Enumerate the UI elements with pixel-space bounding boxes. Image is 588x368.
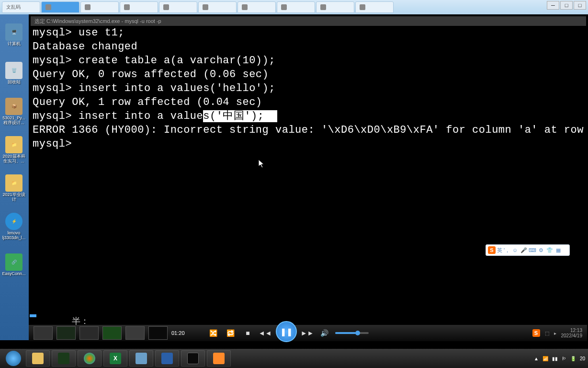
taskbar-item-browser[interactable] [78,350,102,367]
terminal-line: mysql> [33,137,584,151]
ime-toolbar[interactable]: S 英 '， ☺ 🎤 ⌨ ⚙ 👕 ▦ [486,244,570,256]
taskbar-item-explorer[interactable] [26,350,50,367]
browser-tab[interactable] [355,1,394,13]
terminal-line: mysql> create table a(a varchar(10)); [33,54,584,68]
volume-thumb[interactable] [355,331,360,335]
sogou-logo-icon[interactable]: S [488,246,496,254]
browser-tab-active[interactable] [41,1,79,13]
keyboard-icon[interactable]: ⌨ [529,247,536,254]
window-icon [136,353,147,364]
lightning-icon: ⚡ [5,213,23,230]
wifi-icon[interactable]: 📶 [543,356,548,361]
windows-taskbar: X ▲ 📶 ▮▮ 🏳 🔋 20 [0,349,588,368]
desktop-icon-recycle[interactable]: 🗑️ 回收站 [0,55,28,92]
icon-label: lenovo lj3303dn_l... [2,231,26,241]
tab-label: 文乱码 [6,4,21,11]
player-thumbnail[interactable] [148,326,168,340]
desktop-icon-easyconnect[interactable]: 🔗 EasyConn... [0,246,28,284]
repeat-button[interactable]: 🔁 [224,326,237,340]
icon-label: 53021_Py... 程序设计... [2,116,25,126]
desktop-icon-archive[interactable]: 📦 53021_Py... 程序设计... [0,93,28,130]
grid-icon[interactable]: ▦ [554,247,562,254]
player-thumbnail[interactable] [57,326,76,340]
close-button[interactable]: □ [574,1,586,10]
battery-icon[interactable]: 🔋 [570,356,576,361]
browser-tabs-bar: 文乱码 ─ □ □ [0,0,588,14]
tray-text: 20 [580,356,585,361]
player-thumbnail[interactable] [125,326,145,340]
desktop-icon-folder1[interactable]: 📁 2020届本科 生实习、... [0,131,28,169]
tab-favicon [281,4,287,10]
desktop-icon-lenovo[interactable]: ⚡ lenovo lj3303dn_l... [0,208,28,245]
taskbar-item-media[interactable] [207,350,231,367]
computer-icon: 🖥️ [5,23,23,41]
smile-icon[interactable]: ☺ [511,247,519,254]
terminal-window: 选定 C:\Windows\system32\cmd.exe - mysql -… [31,16,586,323]
icon-label: 2020届本科 生实习、... [2,154,25,164]
maximize-button[interactable]: □ [560,1,573,10]
prev-button[interactable]: ◄◄ [259,326,272,340]
excel-icon: X [110,353,121,364]
taskbar-item-window[interactable] [129,350,153,367]
browser-tab[interactable] [159,1,197,13]
browser-tab[interactable] [120,1,158,13]
terminal-selection: s('中国'); [203,110,277,122]
tab-favicon [163,4,169,10]
volume-slider[interactable] [335,332,369,334]
browser-tab[interactable] [80,1,119,13]
player-thumbnail[interactable] [102,326,122,340]
icon-label: 计算机 [8,42,21,46]
player-thumbnail[interactable] [79,326,99,340]
tray-icon[interactable]: ▸ [554,331,556,336]
desktop-icons-column: 🖥️ 计算机 🗑️ 回收站 📦 53021_Py... 程序设计... 📁 20… [0,14,29,340]
chrome-icon [84,353,95,364]
volume-icon[interactable]: 🔊 [318,326,331,340]
tab-favicon [320,4,326,10]
scrollbar-highlight [30,314,36,317]
icon-label: 回收站 [8,80,21,85]
player-right-section: S ⬚ ▸ 12:13 2022/4/19 [532,328,583,338]
volume-fill [335,332,356,334]
taskbar-item-pycharm[interactable] [52,350,76,367]
tab-favicon [124,4,130,10]
flag-icon[interactable]: 🏳 [562,356,566,361]
taskbar-item-excel[interactable]: X [103,350,127,367]
terminal-line: ERROR 1366 (HY000): Incorrect string val… [33,123,584,137]
archive-icon: 📦 [5,98,23,115]
cmd-icon [187,353,199,364]
puzzle-icon[interactable]: ⚙ [537,247,544,254]
terminal-titlebar[interactable]: 选定 C:\Windows\system32\cmd.exe - mysql -… [31,16,586,26]
signal-icon[interactable]: ▮▮ [552,356,558,361]
play-pause-button[interactable]: ❚❚ [276,321,297,342]
start-button[interactable] [3,350,24,367]
browser-tab[interactable] [277,1,315,13]
browser-tab[interactable] [198,1,237,13]
ime-lang-text[interactable]: 英 '， [497,247,510,254]
terminal-line: mysql> use t1; [33,26,584,40]
mic-icon[interactable]: 🎤 [520,247,527,254]
folder-icon: 📁 [5,136,23,153]
tray-icon[interactable]: ⬚ [545,331,549,336]
desktop-icon-folder2[interactable]: 📁 2021毕业设 计 [0,170,28,207]
terminal-line: Query OK, 1 row affected (0.04 sec) [33,95,584,109]
terminal-line-highlighted: mysql> insert into a values('中国'); [33,109,584,123]
taskbar-item-word[interactable] [155,350,179,367]
minimize-button[interactable]: ─ [547,1,559,10]
browser-tab[interactable]: 文乱码 [2,1,40,13]
terminal-line: Database changed [33,40,584,54]
terminal-body[interactable]: mysql> use t1; Database changed mysql> c… [31,26,586,318]
taskbar-item-cmd[interactable] [181,350,205,367]
next-button[interactable]: ►► [301,326,314,340]
shuffle-button[interactable]: 🔀 [207,326,220,340]
window-buttons: ─ □ □ [547,1,586,10]
shirt-icon[interactable]: 👕 [546,247,553,254]
tray-up-icon[interactable]: ▲ [534,356,539,361]
folder-icon: 📁 [5,174,23,192]
stop-button[interactable]: ■ [241,326,255,340]
sogou-tray-icon[interactable]: S [532,329,540,337]
pycharm-icon [58,353,69,364]
browser-tab[interactable] [237,1,276,13]
browser-tab[interactable] [316,1,354,13]
player-thumbnail[interactable] [34,326,53,340]
desktop-icon-computer[interactable]: 🖥️ 计算机 [0,16,28,54]
